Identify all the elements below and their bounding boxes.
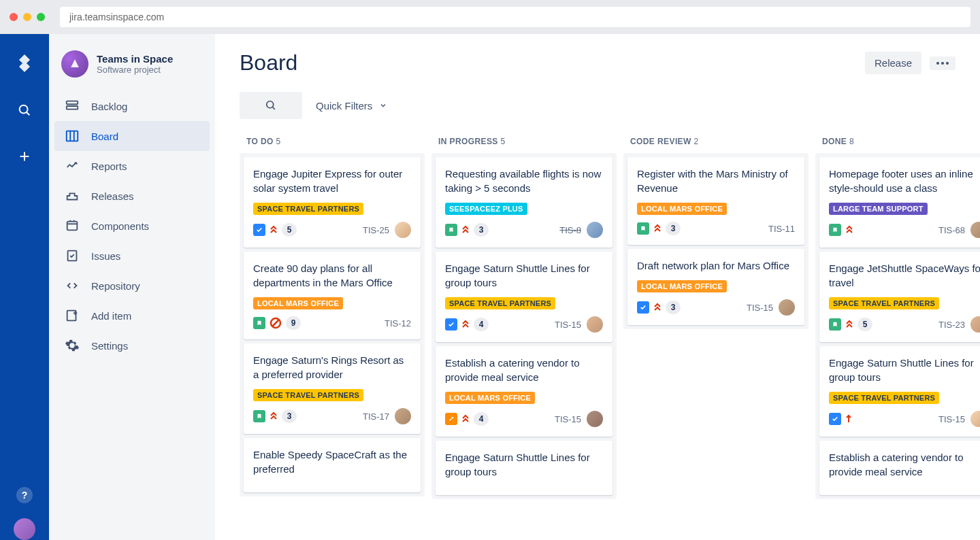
svg-rect-5 bbox=[67, 106, 78, 109]
card-title: Engage Saturn Shuttle Lines for group to… bbox=[829, 356, 980, 384]
assignee-avatar bbox=[587, 316, 603, 333]
sidebar-item-label: Settings bbox=[91, 340, 128, 352]
url-bar[interactable]: jira.teamsinspace.com bbox=[60, 7, 970, 27]
global-nav: ? bbox=[0, 34, 49, 540]
close-window-icon[interactable] bbox=[10, 13, 18, 21]
card-label: LOCAL MARS OFFICE bbox=[253, 297, 343, 309]
board-card[interactable]: Engage JetShuttle SpaceWays for travelSP… bbox=[819, 252, 980, 342]
card-title: Engage Saturn Shuttle Lines for group to… bbox=[445, 450, 603, 479]
card-title: Register with the Mars Ministry of Reven… bbox=[637, 167, 795, 195]
jira-logo-icon[interactable] bbox=[11, 50, 38, 78]
sidebar-item-releases[interactable]: Releases bbox=[54, 181, 210, 211]
sidebar-item-issues[interactable]: Issues bbox=[54, 241, 210, 271]
user-avatar[interactable] bbox=[14, 518, 35, 540]
card-title: Engage JetShuttle SpaceWays for travel bbox=[829, 261, 980, 290]
board-card[interactable]: Engage Jupiter Express for outer solar s… bbox=[244, 157, 421, 248]
priority-blocker-icon bbox=[270, 317, 282, 329]
sidebar-item-reports[interactable]: Reports bbox=[54, 151, 210, 181]
card-label: LOCAL MARS OFFICE bbox=[637, 280, 727, 292]
help-icon[interactable]: ? bbox=[11, 482, 38, 509]
card-title: Engage Saturn's Rings Resort as a prefer… bbox=[253, 353, 411, 382]
card-meta: TIS-68 bbox=[829, 222, 980, 238]
reports-icon bbox=[64, 158, 80, 174]
assignee-avatar bbox=[779, 299, 795, 316]
board-card[interactable]: Establish a catering vendor to provide m… bbox=[436, 346, 612, 437]
card-title: Establish a catering vendor to provide m… bbox=[445, 356, 603, 384]
board-card[interactable]: Establish a catering vendor to provide m… bbox=[819, 441, 980, 495]
column-body[interactable]: Engage Jupiter Express for outer solar s… bbox=[240, 153, 425, 496]
card-title: Engage Jupiter Express for outer solar s… bbox=[253, 167, 411, 195]
board-card[interactable]: Enable Speedy SpaceCraft as the preferre… bbox=[244, 438, 421, 492]
issue-key: TIS-15 bbox=[938, 414, 965, 424]
card-title: Requesting available flights is now taki… bbox=[445, 167, 603, 195]
story-type-icon bbox=[445, 224, 457, 236]
column-name: TO DO bbox=[246, 137, 276, 146]
issue-key: TIS-15 bbox=[747, 303, 773, 313]
assignee-avatar bbox=[970, 411, 980, 427]
project-avatar-icon bbox=[61, 50, 88, 78]
minimize-window-icon[interactable] bbox=[23, 13, 31, 21]
more-actions-button[interactable] bbox=[930, 56, 956, 70]
column-name: CODE REVIEW bbox=[630, 137, 693, 146]
sidebar-item-label: Components bbox=[91, 220, 149, 232]
project-header[interactable]: Teams in Space Software project bbox=[54, 50, 210, 91]
issue-key: TIS-15 bbox=[555, 320, 581, 330]
svg-line-1 bbox=[27, 112, 29, 115]
window-controls bbox=[10, 13, 45, 21]
sidebar-item-label: Board bbox=[91, 131, 118, 142]
project-title: Teams in Space bbox=[97, 53, 173, 65]
story-points-badge: 3 bbox=[666, 301, 681, 314]
board-card[interactable]: Engage Saturn Shuttle Lines for group to… bbox=[436, 441, 612, 495]
column-count: 5 bbox=[276, 137, 281, 146]
sidebar-item-repository[interactable]: Repository bbox=[54, 271, 210, 301]
svg-rect-14 bbox=[67, 311, 76, 321]
board-card[interactable]: Engage Saturn Shuttle Lines for group to… bbox=[436, 252, 612, 342]
sidebar-item-settings[interactable]: Settings bbox=[54, 331, 210, 360]
code-icon bbox=[64, 277, 80, 294]
sidebar-item-add[interactable]: Add item bbox=[54, 301, 210, 331]
board-search[interactable] bbox=[240, 92, 302, 119]
board-card[interactable]: Requesting available flights is now taki… bbox=[436, 157, 612, 248]
board-card[interactable]: Create 90 day plans for all departments … bbox=[244, 252, 421, 339]
card-title: Homepage footer uses an inline style-sho… bbox=[829, 167, 980, 195]
assignee-avatar bbox=[587, 411, 603, 427]
column-body[interactable]: Requesting available flights is now taki… bbox=[431, 153, 617, 499]
create-icon[interactable] bbox=[11, 143, 38, 170]
gear-icon bbox=[64, 337, 80, 354]
board-card[interactable]: Homepage footer uses an inline style-sho… bbox=[819, 157, 980, 248]
story-type-icon bbox=[829, 224, 841, 236]
card-label: SPACE TRAVEL PARTNERS bbox=[253, 203, 363, 215]
task-type-icon bbox=[445, 318, 457, 331]
sidebar-item-components[interactable]: Components bbox=[54, 211, 210, 241]
column-body[interactable]: Homepage footer uses an inline style-sho… bbox=[815, 153, 980, 499]
priority-medium-icon bbox=[845, 414, 852, 424]
card-title: Enable Speedy SpaceCraft as the preferre… bbox=[253, 448, 411, 476]
sidebar-item-label: Releases bbox=[91, 190, 134, 202]
story-type-icon bbox=[253, 317, 265, 329]
release-button[interactable]: Release bbox=[865, 52, 921, 74]
board-card[interactable]: Draft network plan for Mars OfficeLOCAL … bbox=[627, 249, 804, 325]
quick-filters-dropdown[interactable]: Quick Filters bbox=[316, 100, 387, 112]
board-card[interactable]: Engage Saturn's Rings Resort as a prefer… bbox=[244, 343, 421, 434]
sidebar-item-label: Reports bbox=[91, 161, 127, 172]
browser-chrome: jira.teamsinspace.com bbox=[0, 0, 980, 34]
priority-high-icon bbox=[653, 303, 662, 312]
issue-key: TIS-23 bbox=[938, 320, 965, 330]
maximize-window-icon[interactable] bbox=[37, 13, 45, 21]
board-card[interactable]: Register with the Mars Ministry of Reven… bbox=[627, 157, 804, 245]
sidebar-item-backlog[interactable]: Backlog bbox=[54, 91, 210, 121]
sidebar-item-board[interactable]: Board bbox=[54, 121, 210, 151]
board-card[interactable]: Engage Saturn Shuttle Lines for group to… bbox=[819, 346, 980, 437]
board-column: DONE 8Homepage footer uses an inline sty… bbox=[815, 131, 980, 499]
story-points-badge: 3 bbox=[474, 223, 489, 237]
card-title: Draft network plan for Mars Office bbox=[637, 258, 795, 273]
search-icon bbox=[264, 99, 278, 112]
card-meta: TIS-15 bbox=[829, 411, 980, 427]
search-icon[interactable] bbox=[11, 97, 38, 124]
card-title: Create 90 day plans for all departments … bbox=[253, 261, 411, 290]
column-header: IN PROGRESS 5 bbox=[431, 131, 617, 153]
column-count: 5 bbox=[500, 137, 505, 146]
board-column: CODE REVIEW 2Register with the Mars Mini… bbox=[623, 131, 808, 499]
priority-high-icon bbox=[461, 414, 470, 424]
column-body[interactable]: Register with the Mars Ministry of Reven… bbox=[623, 153, 808, 329]
